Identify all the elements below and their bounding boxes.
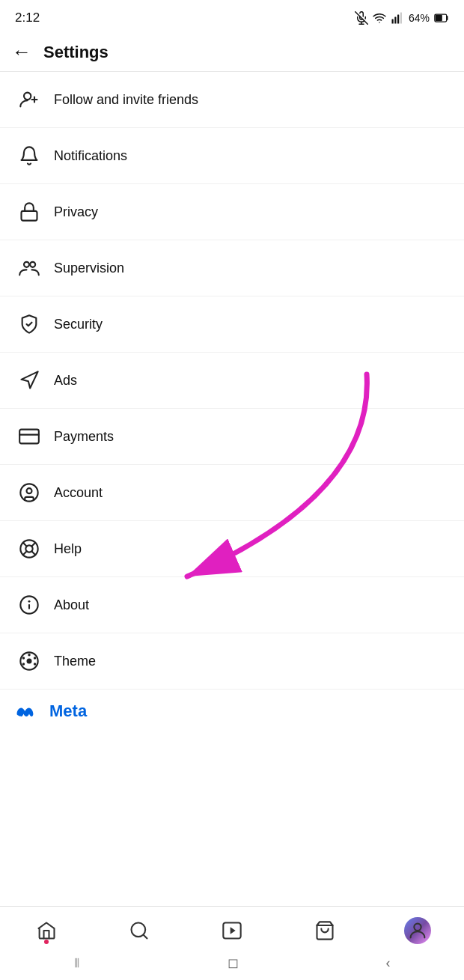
svg-point-31 <box>28 654 31 657</box>
wifi-icon <box>373 11 386 25</box>
sys-back-button[interactable]: ‹ <box>386 955 391 971</box>
svg-point-19 <box>27 488 32 493</box>
svg-point-33 <box>34 663 37 666</box>
nav-shop-button[interactable] <box>304 914 346 947</box>
nav-video-button[interactable] <box>211 914 253 947</box>
menu-item-payments[interactable]: Payments <box>0 409 464 465</box>
avatar <box>404 917 431 944</box>
nav-home-button[interactable] <box>25 914 67 947</box>
menu-label-help: Help <box>54 541 82 557</box>
menu-item-supervision[interactable]: Supervision <box>0 240 464 296</box>
svg-point-18 <box>20 484 37 501</box>
menu-label-supervision: Supervision <box>54 261 124 276</box>
menu-label-security: Security <box>54 317 103 332</box>
meta-label: Meta <box>49 701 87 721</box>
settings-header: ← Settings <box>0 33 464 72</box>
signal-icon <box>391 11 404 25</box>
svg-rect-7 <box>400 13 402 24</box>
status-bar: 2:12 64% <box>0 0 464 33</box>
svg-point-35 <box>22 663 25 666</box>
person-circle-icon <box>15 478 43 507</box>
page-title: Settings <box>43 43 109 62</box>
lock-icon <box>15 198 43 226</box>
menu-label-payments: Payments <box>54 429 114 445</box>
svg-point-10 <box>24 93 31 100</box>
menu-item-help[interactable]: Help <box>0 521 464 577</box>
creditcard-icon <box>15 422 43 451</box>
menu-label-ads: Ads <box>54 373 77 389</box>
lifebuoy-icon <box>15 535 43 563</box>
menu-item-theme[interactable]: Theme <box>0 633 464 690</box>
menu-label-follow: Follow and invite friends <box>54 92 198 108</box>
menu-label-theme: Theme <box>54 654 96 669</box>
svg-point-32 <box>34 657 37 660</box>
svg-point-30 <box>27 659 32 664</box>
svg-rect-13 <box>22 211 37 221</box>
menu-item-notifications[interactable]: Notifications <box>0 128 464 184</box>
status-icons: 64% <box>355 11 449 25</box>
battery-icon <box>434 13 449 23</box>
status-time: 2:12 <box>15 10 40 25</box>
svg-line-24 <box>31 543 35 547</box>
svg-line-25 <box>23 551 27 555</box>
bell-icon <box>15 141 43 170</box>
menu-label-notifications: Notifications <box>54 148 127 164</box>
shield-check-icon <box>15 310 43 338</box>
back-button[interactable]: ← <box>12 40 31 64</box>
battery-text: 64% <box>409 12 430 24</box>
meta-footer: Meta <box>0 690 464 727</box>
menu-item-security[interactable]: Security <box>0 296 464 353</box>
menu-item-privacy[interactable]: Privacy <box>0 184 464 240</box>
home-notification-dot <box>44 940 49 944</box>
mute-icon <box>355 11 368 25</box>
svg-line-38 <box>143 934 147 938</box>
menu-item-about[interactable]: About <box>0 577 464 633</box>
svg-point-34 <box>22 657 25 660</box>
menu-item-follow[interactable]: Follow and invite friends <box>0 72 464 128</box>
menu-item-ads[interactable]: Ads <box>0 353 464 409</box>
nav-icons-row <box>0 907 464 952</box>
menu-label-about: About <box>54 597 89 613</box>
palette-icon <box>15 647 43 675</box>
info-circle-icon <box>15 591 43 619</box>
add-person-icon <box>15 85 43 114</box>
megaphone-icon <box>15 366 43 395</box>
svg-line-22 <box>23 543 27 547</box>
svg-rect-4 <box>391 19 393 24</box>
menu-item-account[interactable]: Account <box>0 465 464 521</box>
svg-rect-5 <box>394 17 396 24</box>
svg-point-42 <box>414 924 421 931</box>
nav-search-button[interactable] <box>118 914 160 947</box>
menu-label-privacy: Privacy <box>54 204 98 220</box>
meta-logo-icon <box>15 703 43 719</box>
svg-rect-6 <box>397 15 399 24</box>
menu-label-account: Account <box>54 485 103 501</box>
svg-rect-9 <box>436 15 442 21</box>
svg-marker-40 <box>231 927 236 934</box>
settings-menu: Follow and invite friends Notifications … <box>0 72 464 690</box>
supervision-icon <box>15 254 43 282</box>
svg-point-15 <box>30 262 35 267</box>
sys-menu-button[interactable]: ⦀ <box>74 955 80 971</box>
bottom-navigation: ⦀ ◻ ‹ <box>0 906 464 980</box>
svg-line-23 <box>31 551 35 555</box>
sys-home-button[interactable]: ◻ <box>228 955 239 971</box>
system-nav: ⦀ ◻ ‹ <box>0 952 464 980</box>
nav-profile-button[interactable] <box>397 914 439 947</box>
svg-rect-16 <box>19 430 39 444</box>
svg-point-14 <box>24 262 29 267</box>
